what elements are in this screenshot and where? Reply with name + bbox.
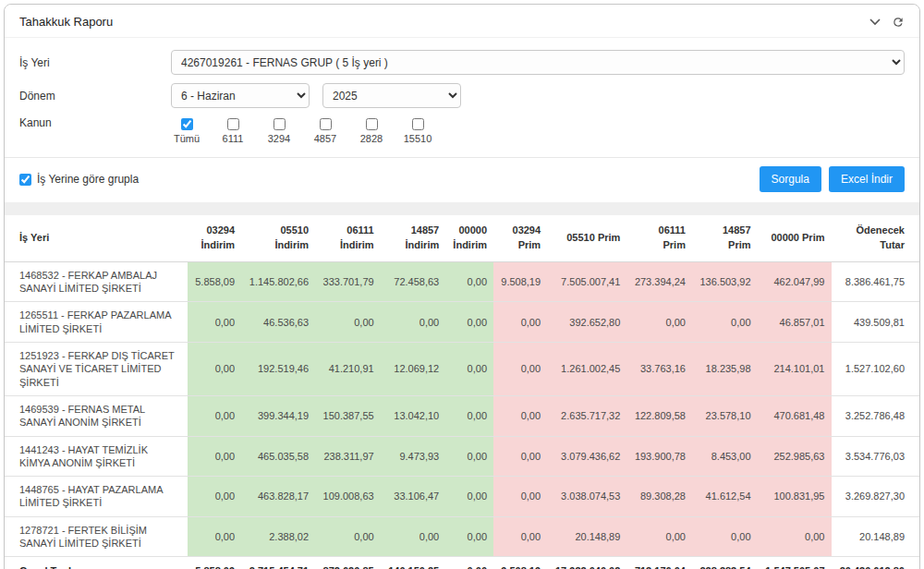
value-cell: 3.534.776,03 xyxy=(832,436,920,477)
column-header: 00000 Prim xyxy=(758,215,832,261)
value-cell: 0,00 xyxy=(493,477,547,517)
table-row: 1265511 - FERKAP PAZARLAMA LİMİTED ŞİRKE… xyxy=(5,302,919,343)
table-body: 1468532 - FERKAP AMBALAJ SANAYİ LİMİTED … xyxy=(5,261,919,556)
is-yeri-cell: 1448765 - HAYAT PAZARLAMA LİMİTED ŞİRKET… xyxy=(5,477,188,517)
value-cell: 0,00 xyxy=(188,436,241,477)
is-yeri-cell: 1278721 - FERTEK BİLİŞİM SANAYİ LİMİTED … xyxy=(5,516,188,557)
refresh-icon[interactable] xyxy=(892,16,905,29)
value-cell: 273.394,24 xyxy=(626,261,692,302)
column-header: 06111İndirim xyxy=(315,215,381,261)
value-cell: 0,00 xyxy=(626,516,692,557)
kanun-option-tümü[interactable]: Tümü xyxy=(171,118,202,144)
kanun-option-6111[interactable]: 6111 xyxy=(217,118,249,144)
value-cell: 1.261.002,45 xyxy=(547,343,626,396)
is-yeri-cell: 1441243 - HAYAT TEMİZLİK KİMYA ANONİM Şİ… xyxy=(5,436,188,477)
form-area: İş Yeri 4267019261 - FERNAS GRUP ( 5 İş … xyxy=(5,38,919,144)
section-gap xyxy=(5,202,919,215)
donem-year-select[interactable]: 2025 xyxy=(322,83,461,108)
group-by-control[interactable]: İş Yerine göre grupla xyxy=(19,173,139,186)
value-cell: 72.458,63 xyxy=(381,261,446,302)
kanun-checkbox-6111[interactable] xyxy=(227,118,239,130)
is-yeri-cell: 1468532 - FERKAP AMBALAJ SANAYİ LİMİTED … xyxy=(5,261,188,302)
value-cell: 333.701,79 xyxy=(315,261,381,302)
card-header: Tahakkuk Raporu xyxy=(5,5,919,38)
action-buttons: Sorgula Excel İndir xyxy=(760,166,905,192)
value-cell: 46.536,63 xyxy=(241,302,315,343)
value-cell: 3.252.786,48 xyxy=(832,395,920,436)
value-cell: 0,00 xyxy=(381,516,446,557)
value-cell: 0,00 xyxy=(315,516,381,557)
value-cell: 0,00 xyxy=(445,261,493,302)
kanun-checkbox-2828[interactable] xyxy=(366,118,378,130)
value-cell: 252.985,63 xyxy=(758,436,832,477)
kanun-checkbox-tümü[interactable] xyxy=(181,118,193,130)
is-yeri-select[interactable]: 4267019261 - FERNAS GRUP ( 5 İş yeri ) xyxy=(171,50,905,75)
value-cell: 1.145.802,66 xyxy=(241,261,315,302)
kanun-checkbox-4857[interactable] xyxy=(320,118,332,130)
kanun-checkbox-3294[interactable] xyxy=(274,118,286,130)
kanun-options: Tümü611132944857282815510 xyxy=(171,116,433,144)
group-by-checkbox[interactable] xyxy=(19,174,31,186)
value-cell: 0,00 xyxy=(758,516,832,557)
value-cell: 0,00 xyxy=(188,477,241,517)
column-header: 05510 Prim xyxy=(547,215,626,261)
kanun-option-4857[interactable]: 4857 xyxy=(310,118,341,144)
value-cell: 0,00 xyxy=(692,302,758,343)
value-cell: 8.453,00 xyxy=(692,436,758,477)
value-cell: 0,00 xyxy=(493,436,547,477)
value-cell: 33.106,47 xyxy=(381,477,446,517)
column-header: 14857Prim xyxy=(692,215,758,261)
value-cell: 20.148,89 xyxy=(832,516,920,557)
collapse-chevron-icon[interactable] xyxy=(869,18,881,26)
value-cell: 0,00 xyxy=(445,477,493,517)
value-cell: 8.386.461,75 xyxy=(832,261,920,302)
kanun-checkbox-15510[interactable] xyxy=(412,118,424,130)
donem-month-select[interactable]: 6 - Haziran xyxy=(171,83,310,108)
kanun-row: Kanun Tümü611132944857282815510 xyxy=(19,116,905,144)
kanun-option-2828[interactable]: 2828 xyxy=(356,118,387,144)
genel-toplam-value: 2.715.454,71 xyxy=(241,557,315,569)
value-cell: 1.527.102,60 xyxy=(832,343,920,396)
is-yeri-cell: 1469539 - FERNAS METAL SANAYİ ANONİM ŞİR… xyxy=(5,395,188,436)
column-header: İş Yeri xyxy=(5,215,188,261)
value-cell: 41.210,91 xyxy=(315,343,381,396)
group-by-label: İş Yerine göre grupla xyxy=(37,173,139,186)
value-cell: 465.035,58 xyxy=(241,436,315,477)
value-cell: 0,00 xyxy=(188,395,241,436)
table-row: 1448765 - HAYAT PAZARLAMA LİMİTED ŞİRKET… xyxy=(5,477,919,517)
value-cell: 100.831,95 xyxy=(758,477,832,517)
value-cell: 9.508,19 xyxy=(493,261,547,302)
value-cell: 0,00 xyxy=(315,302,381,343)
tahakkuk-table: İş Yeri03294İndirim05510İndirim06111İndi… xyxy=(5,215,919,569)
kanun-option-label: 6111 xyxy=(223,133,244,144)
value-cell: 136.503,92 xyxy=(692,261,758,302)
table-footer-row: Genel Toplam5.858,092.715.454,71872.620,… xyxy=(5,557,919,569)
genel-toplam-value: 140.150,25 xyxy=(381,557,446,569)
sorgula-button[interactable]: Sorgula xyxy=(760,166,821,192)
is-yeri-cell: 1251923 - FERKAP DIŞ TİCARET SANAYİ VE T… xyxy=(5,343,188,396)
value-cell: 46.857,01 xyxy=(758,302,832,343)
value-cell: 2.635.717,32 xyxy=(547,395,626,436)
is-yeri-label: İş Yeri xyxy=(19,56,171,69)
value-cell: 13.042,10 xyxy=(381,395,446,436)
actions-row: İş Yerine göre grupla Sorgula Excel İndi… xyxy=(5,158,919,202)
table-header-row: İş Yeri03294İndirim05510İndirim06111İndi… xyxy=(5,215,919,261)
report-form-card: Tahakkuk Raporu İş Yeri 4267019261 - FER… xyxy=(5,5,919,202)
kanun-option-label: 3294 xyxy=(268,133,290,144)
value-cell: 0,00 xyxy=(626,302,692,343)
excel-indir-button[interactable]: Excel İndir xyxy=(829,166,905,192)
tahakkuk-raporu-widget: Tahakkuk Raporu İş Yeri 4267019261 - FER… xyxy=(4,4,920,569)
table-row: 1469539 - FERNAS METAL SANAYİ ANONİM ŞİR… xyxy=(5,395,919,436)
kanun-option-15510[interactable]: 15510 xyxy=(402,118,433,144)
value-cell: 0,00 xyxy=(493,516,547,557)
value-cell: 0,00 xyxy=(381,302,446,343)
value-cell: 20.148,89 xyxy=(547,516,626,557)
value-cell: 463.828,17 xyxy=(241,477,315,517)
kanun-option-label: 15510 xyxy=(404,133,432,144)
column-header: 03294İndirim xyxy=(188,215,241,261)
kanun-option-3294[interactable]: 3294 xyxy=(263,118,295,144)
genel-toplam-value: 17.932.040,02 xyxy=(547,557,626,569)
genel-toplam-value: 0,00 xyxy=(445,557,493,569)
column-header: 00000İndirim xyxy=(445,215,493,261)
genel-toplam-value: 5.858,09 xyxy=(188,557,241,569)
